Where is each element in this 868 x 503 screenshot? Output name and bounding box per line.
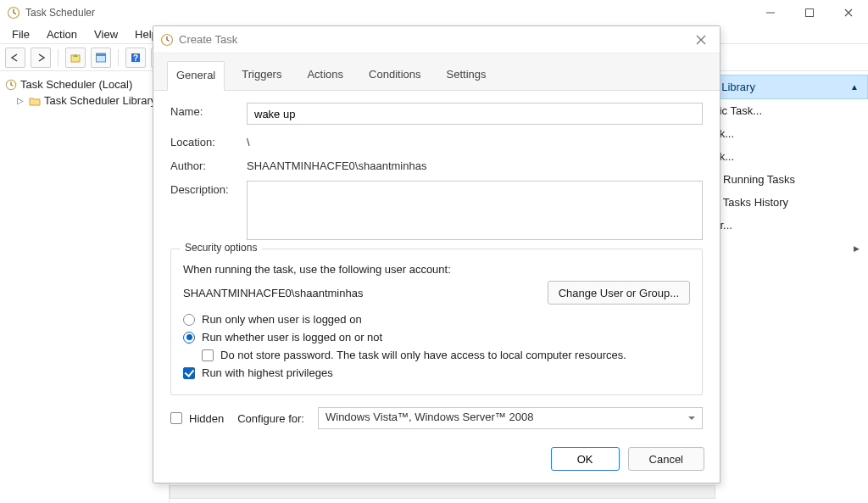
menu-file[interactable]: File <box>5 26 36 42</box>
checkbox-hidden-label: Hidden <box>189 412 224 425</box>
tab-general[interactable]: General <box>167 61 225 91</box>
tree-library-label: Task Scheduler Library <box>44 94 156 107</box>
radio-run-logged-on[interactable]: Run only when user is logged on <box>183 313 690 326</box>
maximize-button[interactable] <box>790 0 829 25</box>
configure-for-select[interactable]: Windows Vista™, Windows Server™ 2008 <box>318 407 703 429</box>
checkbox-no-password[interactable]: Do not store password. The task will onl… <box>183 349 690 361</box>
checkbox-highest-privileges[interactable]: Run with highest privileges <box>183 366 690 379</box>
location-value: \ <box>247 133 703 148</box>
action-new-folder[interactable]: der... <box>699 214 868 237</box>
action-more[interactable] <box>699 237 868 260</box>
checkbox-no-password-label: Do not store password. The task will onl… <box>220 349 626 361</box>
change-user-button[interactable]: Change User or Group... <box>548 281 690 305</box>
dialog-title: Create Task <box>179 33 237 46</box>
task-scheduler-icon <box>5 79 17 91</box>
security-options-group: Security options When running the task, … <box>170 249 703 395</box>
name-input[interactable] <box>247 103 703 125</box>
svg-rect-1 <box>806 9 814 17</box>
tab-conditions[interactable]: Conditions <box>360 61 429 91</box>
action-create-task[interactable]: ask... <box>699 122 868 145</box>
action-enable-history[interactable]: All Tasks History <box>699 191 868 214</box>
tab-settings[interactable]: Settings <box>438 61 495 91</box>
action-create-basic-task[interactable]: asic Task... <box>699 99 868 122</box>
nav-tree: Task Scheduler (Local) ▷ Task Scheduler … <box>0 71 170 503</box>
dialog-tabs: General Triggers Actions Conditions Sett… <box>153 53 720 91</box>
checkbox-icon <box>202 349 214 361</box>
collapse-icon[interactable]: ▲ <box>850 82 859 92</box>
dialog-titlebar[interactable]: Create Task <box>153 26 720 53</box>
tree-root[interactable]: Task Scheduler (Local) <box>3 76 165 92</box>
create-task-dialog: Create Task General Triggers Actions Con… <box>153 25 721 483</box>
folder-icon <box>29 96 41 106</box>
toolbar-up-icon[interactable] <box>65 48 86 68</box>
toolbar-forward-icon[interactable] <box>31 48 51 68</box>
radio-run-whether-label: Run whether user is logged on or not <box>202 331 382 344</box>
toolbar-separator <box>118 49 119 66</box>
security-account: SHAANTMINHACFE0\shaantminhas <box>183 287 363 299</box>
run-as-label: When running the task, use the following… <box>183 263 690 276</box>
toolbar-back-icon[interactable] <box>5 48 25 68</box>
configure-for-label: Configure for: <box>237 412 304 425</box>
author-value: SHAANTMINHACFE0\shaantminhas <box>247 157 703 172</box>
configure-for-value: Windows Vista™, Windows Server™ 2008 <box>326 411 533 423</box>
menu-view[interactable]: View <box>87 26 125 42</box>
svg-text:?: ? <box>133 53 138 63</box>
checkbox-icon <box>170 412 182 424</box>
radio-icon <box>183 332 195 344</box>
description-label: Description: <box>170 181 247 196</box>
main-titlebar: Task Scheduler <box>0 0 868 25</box>
tree-library[interactable]: ▷ Task Scheduler Library <box>3 92 165 109</box>
horizontal-scrollbar[interactable] <box>170 485 715 499</box>
action-import-task[interactable]: ask... <box>699 145 868 168</box>
tab-triggers[interactable]: Triggers <box>233 61 290 91</box>
expand-icon[interactable]: ▷ <box>17 96 25 105</box>
radio-icon <box>183 314 195 326</box>
svg-rect-4 <box>97 53 106 56</box>
radio-run-whether[interactable]: Run whether user is logged on or not <box>183 331 690 344</box>
radio-run-logged-on-label: Run only when user is logged on <box>202 313 362 326</box>
checkbox-hidden[interactable]: Hidden <box>170 412 224 425</box>
close-button[interactable] <box>829 0 868 25</box>
ok-button[interactable]: OK <box>551 447 620 471</box>
cancel-button[interactable]: Cancel <box>628 447 704 471</box>
author-label: Author: <box>170 157 247 172</box>
tree-root-label: Task Scheduler (Local) <box>20 78 132 91</box>
action-display-running[interactable]: All Running Tasks <box>699 168 868 191</box>
actions-pane: er Library ▲ asic Task... ask... ask... … <box>698 71 868 260</box>
toolbar-help-icon[interactable]: ? <box>125 48 146 68</box>
task-scheduler-icon <box>7 6 20 20</box>
actions-header[interactable]: er Library ▲ <box>699 75 868 99</box>
checkbox-highest-label: Run with highest privileges <box>202 366 333 379</box>
minimize-button[interactable] <box>751 0 790 25</box>
name-label: Name: <box>170 103 247 118</box>
task-scheduler-icon <box>160 33 174 47</box>
toolbar-panel-icon[interactable] <box>91 48 111 68</box>
dialog-close-icon[interactable] <box>689 31 713 48</box>
menu-action[interactable]: Action <box>40 26 84 42</box>
main-title: Task Scheduler <box>25 7 95 19</box>
security-legend: Security options <box>180 242 262 254</box>
location-label: Location: <box>170 133 247 148</box>
description-input[interactable] <box>247 181 703 240</box>
tab-actions[interactable]: Actions <box>298 61 352 91</box>
checkbox-icon <box>183 367 195 379</box>
toolbar-separator <box>58 49 58 66</box>
